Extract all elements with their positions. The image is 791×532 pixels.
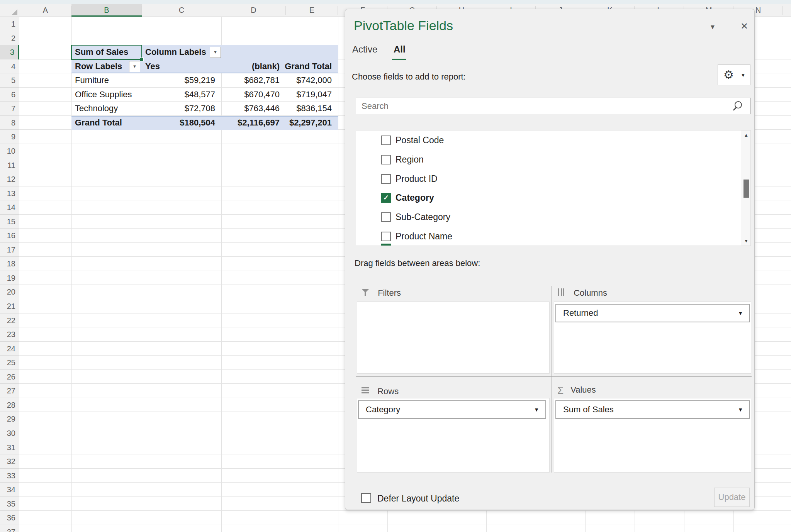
areas-vertical-divider [552,286,552,473]
row-header-28[interactable]: 28 [0,398,15,412]
row-header-19[interactable]: 19 [0,271,15,285]
row-header-29[interactable]: 29 [0,412,15,426]
row-header-25[interactable]: 25 [0,356,15,370]
row-header-14[interactable]: 14 [0,200,15,215]
row-header-16[interactable]: 16 [0,229,15,243]
checked-checkbox[interactable]: ✓ [381,193,391,203]
row-header-21[interactable]: 21 [0,299,15,313]
pivot-grandtotal-total[interactable]: $2,297,201 [232,116,335,130]
rows-label: Rows [377,386,399,396]
pivot-column-labels-cell[interactable]: Column Labels [143,45,209,59]
unchecked-checkbox[interactable] [381,155,391,164]
row-header-33[interactable]: 33 [0,469,15,483]
column-header-C[interactable]: C [142,4,221,17]
row-header-8[interactable]: 8 [0,116,15,130]
values-field-pill[interactable]: Sum of Sales▼ [555,400,750,419]
pane-options-chevron-icon[interactable]: ▾ [706,20,719,33]
row-header-17[interactable]: 17 [0,243,15,257]
filters-dropzone[interactable] [357,302,550,374]
pivot-colheader-grandtotal[interactable]: Grand Total [232,59,335,74]
update-button[interactable]: Update [714,488,750,507]
fill-handle[interactable] [140,58,144,61]
row-header-32[interactable]: 32 [0,454,15,469]
tab-active[interactable]: Active [352,44,377,55]
pivot-row-label[interactable]: Furniture [73,73,141,88]
pivot-row-labels-cell[interactable]: Row Labels [73,59,131,74]
rows-field-pill[interactable]: Category▼ [358,400,546,419]
field-item-category[interactable]: ✓Category [356,188,731,208]
pivot-value-total[interactable]: $742,000 [232,73,335,88]
row-header-13[interactable]: 13 [0,186,15,201]
row-header-31[interactable]: 31 [0,441,15,455]
field-item-product-name[interactable]: Product Name [356,227,731,246]
row-header-10[interactable]: 10 [0,144,15,158]
row-header-18[interactable]: 18 [0,257,15,271]
field-label: Category [396,193,434,203]
column-header-separator [783,6,783,15]
row-header-22[interactable]: 22 [0,313,15,328]
search-input[interactable]: Search [356,98,751,114]
formula-bar-edge [0,0,791,4]
row-header-26[interactable]: 26 [0,370,15,384]
row-header-1[interactable]: 1 [0,17,15,31]
row-headers[interactable]: 1234567891011121314151617181920212223242… [0,17,19,532]
chevron-down-icon[interactable]: ▼ [738,401,743,418]
row-header-4[interactable]: 4 [0,59,15,74]
pivot-row-label[interactable]: Technology [73,102,141,116]
unchecked-checkbox[interactable] [381,212,391,222]
chevron-down-icon[interactable]: ▼ [534,401,539,418]
pane-close-icon[interactable]: ✕ [738,20,751,33]
column-header-E[interactable]: E [286,4,338,17]
tools-button[interactable]: ⚙ ▼ [718,64,750,85]
chevron-down-icon[interactable]: ▼ [738,305,743,322]
row-header-23[interactable]: 23 [0,327,15,342]
defer-layout-update-label: Defer Layout Update [377,493,459,504]
excel-window: ABCDEFGHIJKLMN 1234567891011121314151617… [0,0,791,532]
row-header-2[interactable]: 2 [0,31,15,46]
tab-all[interactable]: All [394,44,406,55]
row-header-35[interactable]: 35 [0,497,15,511]
row-header-6[interactable]: 6 [0,88,15,102]
row-header-5[interactable]: 5 [0,73,15,88]
field-item-postal-code[interactable]: Postal Code [356,131,731,150]
row-header-9[interactable]: 9 [0,130,15,144]
unchecked-checkbox[interactable] [381,174,391,184]
column-header-A[interactable]: A [19,4,71,17]
row-header-3[interactable]: 3 [0,45,19,59]
field-item-sub-category[interactable]: Sub-Category [356,208,731,227]
unchecked-checkbox[interactable] [381,232,391,241]
row-header-24[interactable]: 24 [0,342,15,356]
row-header-30[interactable]: 30 [0,426,15,441]
field-item-region[interactable]: Region [356,150,731,169]
scroll-down-icon[interactable]: ▼ [742,236,750,246]
columns-field-pill[interactable]: Returned▼ [555,304,750,322]
filter-funnel-icon [362,288,369,296]
row-header-11[interactable]: 11 [0,158,15,173]
scroll-up-icon[interactable]: ▲ [742,130,750,140]
unchecked-checkbox[interactable] [381,136,391,145]
row-header-37[interactable]: 37 [0,525,15,532]
row-header-12[interactable]: 12 [0,172,15,186]
select-all-corner[interactable] [0,4,19,17]
scrollbar-thumb[interactable] [743,180,749,198]
pivot-value-total[interactable]: $836,154 [232,102,335,116]
field-list[interactable]: ▲ ▼ Postal CodeRegionProduct ID✓Category… [356,130,751,246]
pivot-value-total[interactable]: $719,047 [232,88,335,102]
column-header-B[interactable]: B [71,4,142,17]
pivot-grandtotal-label[interactable]: Grand Total [73,116,141,130]
column-header-D[interactable]: D [221,4,286,17]
row-header-20[interactable]: 20 [0,285,15,299]
field-list-scrollbar[interactable]: ▲ ▼ [742,130,750,246]
row-header-15[interactable]: 15 [0,215,15,229]
row-header-34[interactable]: 34 [0,483,15,497]
defer-layout-update-checkbox[interactable] [361,493,371,503]
columns-icon [558,288,565,296]
row-header-7[interactable]: 7 [0,102,15,116]
row-header-27[interactable]: 27 [0,384,15,398]
row-header-36[interactable]: 36 [0,511,15,525]
field-item-product-id[interactable]: Product ID [356,169,731,189]
pivot-row-label[interactable]: Office Supplies [73,88,141,102]
row-labels-filter-dropdown[interactable]: ▾ [129,61,140,72]
gridline [783,17,783,532]
column-labels-filter-dropdown[interactable]: ▾ [210,47,221,58]
